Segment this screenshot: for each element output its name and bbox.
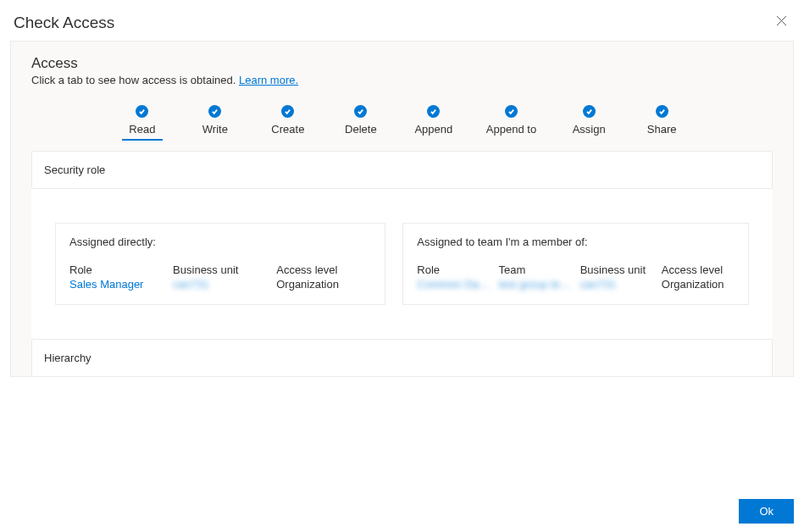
ok-button[interactable]: Ok — [739, 499, 794, 524]
check-icon — [281, 105, 294, 118]
tab-append[interactable]: Append — [413, 105, 454, 141]
access-subtext: Click a tab to see how access is obtaine… — [31, 74, 239, 86]
tab-share[interactable]: Share — [641, 105, 682, 141]
access-level-value: Organization — [276, 278, 371, 291]
dialog-title: Check Access — [14, 14, 114, 32]
team-role-value[interactable]: Common Data Servi... — [417, 278, 490, 291]
team-role-head: Role — [417, 263, 490, 276]
close-icon — [776, 15, 787, 26]
assigned-team-card: Assigned to team I'm a member of: Role C… — [402, 223, 749, 305]
content-frame: Access Click a tab to see how access is … — [10, 41, 794, 377]
team-value[interactable]: test group team — [499, 278, 572, 291]
check-icon — [505, 105, 518, 118]
footer: Ok — [739, 499, 794, 524]
tab-label: Read — [129, 123, 155, 136]
tab-create[interactable]: Create — [268, 105, 308, 141]
check-icon — [656, 105, 668, 118]
tab-label: Append — [414, 123, 452, 136]
tabs-row: ReadWriteCreateDeleteAppendAppend toAssi… — [31, 105, 773, 141]
assigned-team-title: Assigned to team I'm a member of: — [417, 236, 735, 248]
tab-label: Append to — [486, 123, 536, 136]
hierarchy-heading: Hierarchy — [44, 352, 760, 364]
tab-read[interactable]: Read — [122, 105, 163, 141]
tab-label: Create — [271, 123, 304, 136]
role-head: Role — [69, 263, 164, 276]
check-icon — [136, 105, 148, 118]
hierarchy-panel: Hierarchy — [31, 339, 773, 376]
business-unit-value[interactable]: can731 — [173, 278, 268, 291]
team-bu-head: Business unit — [580, 263, 653, 276]
access-subtext-row: Click a tab to see how access is obtaine… — [31, 74, 773, 86]
tab-label: Share — [647, 123, 677, 136]
team-bu-value[interactable]: can731 — [580, 278, 653, 291]
tab-label: Write — [202, 123, 228, 136]
access-heading: Access — [31, 55, 773, 72]
security-role-heading: Security role — [44, 163, 760, 176]
security-role-panel: Security role — [31, 151, 773, 189]
tab-write[interactable]: Write — [195, 105, 236, 141]
tab-label: Assign — [573, 123, 606, 136]
assigned-directly-card: Assigned directly: Role Sales Manager Bu… — [55, 223, 385, 305]
team-access-head: Access level — [662, 263, 735, 276]
tab-assign[interactable]: Assign — [568, 105, 609, 141]
learn-more-link[interactable]: Learn more. — [239, 74, 298, 86]
check-icon — [427, 105, 440, 118]
access-level-head: Access level — [276, 263, 371, 276]
check-icon — [583, 105, 596, 118]
tab-append-to[interactable]: Append to — [486, 105, 536, 141]
tab-label: Delete — [345, 123, 377, 136]
tab-delete[interactable]: Delete — [341, 105, 381, 141]
team-access-value: Organization — [662, 278, 735, 291]
check-icon — [354, 105, 367, 118]
business-unit-head: Business unit — [173, 263, 268, 276]
team-head: Team — [499, 263, 572, 276]
role-value-link[interactable]: Sales Manager — [69, 278, 164, 291]
assigned-directly-title: Assigned directly: — [69, 236, 371, 248]
check-icon — [208, 105, 221, 118]
cards-area: Assigned directly: Role Sales Manager Bu… — [31, 189, 773, 339]
close-button[interactable] — [773, 14, 790, 30]
